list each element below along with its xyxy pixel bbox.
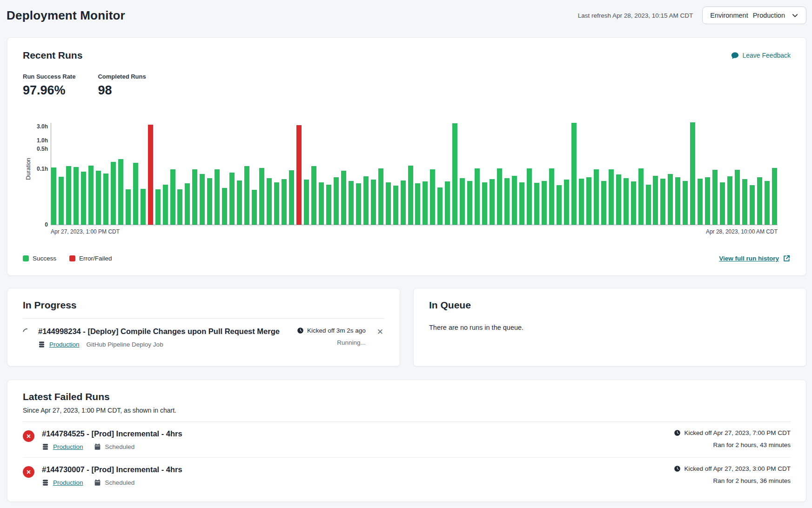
run-bar-success[interactable] <box>430 169 435 225</box>
run-bar-success[interactable] <box>118 159 123 225</box>
run-bar-success[interactable] <box>668 174 673 225</box>
run-bar-success[interactable] <box>126 189 131 225</box>
run-bar-success[interactable] <box>683 181 688 225</box>
run-bar-success[interactable] <box>549 168 554 225</box>
run-bar-success[interactable] <box>720 182 725 225</box>
run-bar-success[interactable] <box>237 180 242 225</box>
leave-feedback-link[interactable]: Leave Feedback <box>731 52 791 60</box>
run-bar-success[interactable] <box>334 177 339 225</box>
view-full-run-history-link[interactable]: View full run history <box>719 254 791 262</box>
run-bar-success[interactable] <box>460 178 465 225</box>
run-bar-success[interactable] <box>163 185 168 225</box>
run-bar-success[interactable] <box>393 186 398 225</box>
run-bar-success[interactable] <box>88 166 94 225</box>
run-bar-success[interactable] <box>244 166 249 225</box>
run-bar-success[interactable] <box>170 169 175 225</box>
run-bar-success[interactable] <box>624 178 629 225</box>
run-bar-success[interactable] <box>609 169 614 225</box>
run-bar-failed[interactable] <box>148 125 153 225</box>
run-bar-success[interactable] <box>222 188 227 225</box>
run-bar-success[interactable] <box>155 189 161 225</box>
run-bar-success[interactable] <box>415 183 420 225</box>
run-bar-success[interactable] <box>408 166 413 225</box>
run-bar-success[interactable] <box>504 178 510 225</box>
run-bar-success[interactable] <box>215 169 220 225</box>
run-bar-success[interactable] <box>141 189 146 225</box>
run-bar-success[interactable] <box>452 123 457 225</box>
run-bar-success[interactable] <box>326 185 331 225</box>
run-bar-success[interactable] <box>66 166 71 225</box>
run-bar-success[interactable] <box>349 181 354 225</box>
run-bar-success[interactable] <box>616 174 621 225</box>
run-bar-success[interactable] <box>653 176 658 225</box>
run-bar-success[interactable] <box>74 167 79 225</box>
run-bar-success[interactable] <box>423 181 428 225</box>
run-bar-success[interactable] <box>579 179 584 225</box>
run-bar-success[interactable] <box>698 179 703 225</box>
run-bar-success[interactable] <box>712 170 718 225</box>
run-bar-success[interactable] <box>497 168 502 225</box>
run-bar-success[interactable] <box>445 181 450 225</box>
run-bar-success[interactable] <box>512 176 517 225</box>
run-bar-success[interactable] <box>772 168 777 225</box>
run-bar-success[interactable] <box>594 169 599 225</box>
run-bar-success[interactable] <box>727 176 732 225</box>
run-bar-success[interactable] <box>705 177 710 225</box>
run-bar-success[interactable] <box>564 180 569 225</box>
run-bar-success[interactable] <box>750 185 755 225</box>
run-bar-success[interactable] <box>660 179 665 225</box>
run-bar-failed[interactable] <box>296 125 302 225</box>
run-bar-success[interactable] <box>378 168 383 225</box>
run-bar-success[interactable] <box>282 179 287 225</box>
run-bar-success[interactable] <box>490 179 495 225</box>
run-bar-success[interactable] <box>289 170 294 225</box>
run-bar-success[interactable] <box>757 177 762 225</box>
run-bar-success[interactable] <box>646 185 651 225</box>
run-bar-success[interactable] <box>356 183 361 225</box>
run-bar-success[interactable] <box>252 190 257 225</box>
run-bar-success[interactable] <box>482 182 487 225</box>
run-bar-success[interactable] <box>229 173 235 225</box>
run-bar-success[interactable] <box>319 182 324 225</box>
run-bar-success[interactable] <box>96 171 101 225</box>
run-bar-success[interactable] <box>51 167 56 225</box>
run-bar-success[interactable] <box>133 163 138 225</box>
run-bar-success[interactable] <box>111 162 116 225</box>
run-bar-success[interactable] <box>765 181 770 225</box>
run-bar-success[interactable] <box>103 174 108 225</box>
environment-link[interactable]: Production <box>49 341 80 348</box>
run-bar-success[interactable] <box>542 181 547 225</box>
run-bar-success[interactable] <box>401 180 406 225</box>
run-bar-success[interactable] <box>200 174 205 225</box>
run-bar-success[interactable] <box>304 180 309 225</box>
run-bar-success[interactable] <box>386 182 391 225</box>
run-bar-success[interactable] <box>311 166 316 225</box>
run-bar-success[interactable] <box>557 185 562 225</box>
run-bar-success[interactable] <box>341 171 346 225</box>
environment-dropdown[interactable]: Environment Production <box>702 7 806 24</box>
run-bar-success[interactable] <box>437 187 443 225</box>
run-bar-success[interactable] <box>735 170 740 225</box>
environment-link[interactable]: Production <box>53 479 83 486</box>
run-bar-success[interactable] <box>59 177 64 225</box>
run-bar-success[interactable] <box>207 178 212 225</box>
run-bar-success[interactable] <box>267 178 272 225</box>
run-bar-success[interactable] <box>192 169 197 225</box>
run-bar-success[interactable] <box>742 179 747 225</box>
run-bar-success[interactable] <box>675 177 680 225</box>
run-bar-success[interactable] <box>534 183 539 225</box>
run-bar-success[interactable] <box>467 181 472 225</box>
environment-link[interactable]: Production <box>53 443 83 450</box>
run-bar-success[interactable] <box>601 181 606 225</box>
run-bar-success[interactable] <box>185 183 190 225</box>
run-bar-success[interactable] <box>371 180 376 225</box>
run-bar-success[interactable] <box>177 189 182 225</box>
run-bar-success[interactable] <box>519 182 524 225</box>
run-bar-success[interactable] <box>363 176 369 225</box>
run-bar-success[interactable] <box>638 168 644 225</box>
run-bar-success[interactable] <box>571 123 577 225</box>
run-bar-success[interactable] <box>274 182 279 225</box>
run-bar-success[interactable] <box>631 181 636 225</box>
run-bar-success[interactable] <box>527 168 532 225</box>
run-bar-success[interactable] <box>81 172 86 225</box>
